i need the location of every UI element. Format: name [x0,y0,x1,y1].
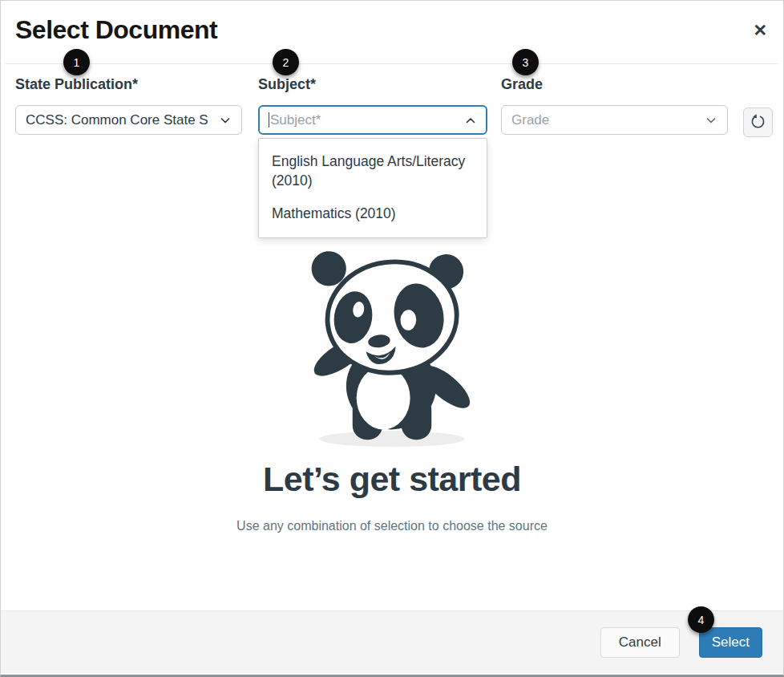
empty-state-subtext: Use any combination of selection to choo… [1,519,783,533]
subject-placeholder: Subject* [269,112,458,128]
annotation-badge-4: 4 [688,606,714,633]
state-publication-label: State Publication* [15,76,242,93]
modal-footer: Cancel Select [1,610,783,673]
select-document-modal: Select Document ✕ State Publication* CCS… [0,0,784,677]
menu-item-english-language-arts[interactable]: English Language Arts/Literacy (2010) [259,145,487,197]
state-publication-field: State Publication* CCSS: Common Core Sta… [15,76,242,135]
cancel-button[interactable]: Cancel [600,627,680,658]
menu-item-mathematics[interactable]: Mathematics (2010) [259,197,487,231]
annotation-badge-1: 1 [63,49,90,75]
close-icon: ✕ [753,21,767,39]
state-publication-value: CCSS: Common Core State S [26,112,212,128]
subject-options-menu: English Language Arts/Literacy (2010) Ma… [258,138,487,238]
subject-label: Subject* [258,76,487,93]
empty-state-heading: Let’s get started [1,460,783,499]
refresh-icon [750,113,766,132]
grade-label: Grade [501,76,728,93]
grade-placeholder: Grade [511,112,698,128]
page-title: Select Document [15,15,217,45]
select-button[interactable]: Select [699,627,762,658]
text-caret [269,112,269,128]
grade-field: Grade Grade [501,76,728,135]
grade-select[interactable]: Grade [501,105,728,135]
header-divider [6,63,778,64]
waving-panda-illustration [289,241,495,452]
chevron-up-icon [464,114,477,127]
state-publication-select[interactable]: CCSS: Common Core State S [15,105,242,135]
subject-input[interactable]: Subject* [258,105,487,135]
chevron-down-icon [705,114,717,127]
close-button[interactable]: ✕ [753,22,767,39]
chevron-down-icon [219,114,232,127]
reset-button[interactable] [743,107,773,137]
subject-field: Subject* Subject* [258,76,487,135]
annotation-badge-3: 3 [512,49,539,75]
annotation-badge-2: 2 [273,49,299,75]
